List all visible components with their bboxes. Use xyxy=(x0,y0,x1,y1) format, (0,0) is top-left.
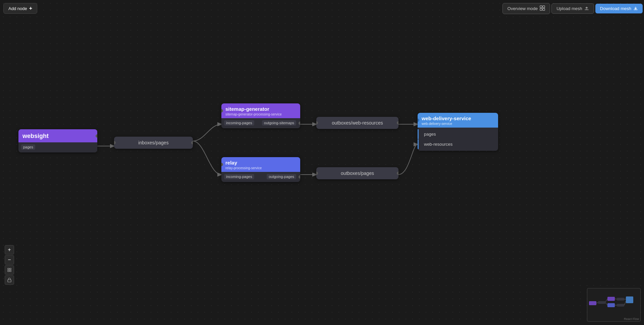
zoom-controls: + − xyxy=(5,245,14,285)
download-mesh-label: Download mesh xyxy=(600,6,631,11)
svg-rect-1 xyxy=(543,6,545,8)
zoom-in-button[interactable]: + xyxy=(5,245,14,254)
svg-rect-13 xyxy=(617,298,624,300)
outboxes-web-label: outboxes/web-resources xyxy=(332,120,383,126)
relay-title: relay xyxy=(225,160,296,166)
overview-mode-label: Overview mode xyxy=(507,6,538,11)
add-node-button[interactable]: Add node + xyxy=(3,3,37,14)
sitemap-port-out: outgoing-sitemaps xyxy=(262,120,296,126)
node-inboxes[interactable]: inboxes/pages xyxy=(114,137,193,149)
react-flow-label: React Flow xyxy=(624,317,639,321)
svg-rect-10 xyxy=(598,301,605,304)
svg-rect-6 xyxy=(8,270,9,272)
download-mesh-button[interactable]: Download mesh xyxy=(595,4,643,13)
svg-line-22 xyxy=(624,301,626,305)
svg-line-19 xyxy=(615,299,617,299)
outboxes-pages-label: outboxes/pages xyxy=(341,171,374,176)
add-icon: + xyxy=(29,5,32,11)
canvas[interactable]: websight pages inboxes/pages sitemap-gen… xyxy=(0,17,644,325)
minimap-content: React Flow xyxy=(587,288,640,321)
svg-line-16 xyxy=(596,303,598,303)
svg-line-17 xyxy=(605,299,607,302)
relay-port-in: incoming-pages xyxy=(224,174,254,179)
websight-port-pages: pages xyxy=(21,144,35,150)
svg-rect-15 xyxy=(626,296,633,303)
svg-rect-4 xyxy=(8,268,9,270)
minimap: React Flow xyxy=(587,288,641,322)
sitemap-title: sitemap-generator xyxy=(225,106,296,112)
websight-title: websight xyxy=(22,133,93,140)
upload-icon xyxy=(584,6,589,11)
relay-subtitle: relay-processing-service xyxy=(225,166,296,170)
upload-mesh-label: Upload mesh xyxy=(556,6,582,11)
add-node-label: Add node xyxy=(8,6,27,11)
node-sitemap[interactable]: sitemap-generator sitemap-generator-proc… xyxy=(221,103,300,128)
svg-rect-8 xyxy=(8,280,11,282)
node-outboxes-web[interactable]: outboxes/web-resources xyxy=(316,117,398,129)
node-web-delivery[interactable]: web-delivery-service web-delivery-servic… xyxy=(418,113,498,151)
overview-icon xyxy=(540,5,545,12)
minimap-svg xyxy=(587,288,641,322)
svg-rect-0 xyxy=(540,6,542,8)
fit-view-button[interactable] xyxy=(5,265,14,275)
upload-mesh-button[interactable]: Upload mesh xyxy=(551,3,594,14)
svg-rect-5 xyxy=(10,268,11,270)
svg-line-18 xyxy=(605,303,607,305)
web-delivery-title: web-delivery-service xyxy=(422,115,494,121)
download-icon xyxy=(633,6,638,11)
node-outboxes-pages[interactable]: outboxes/pages xyxy=(316,167,398,179)
sitemap-subtitle: sitemap-generator-processing-service xyxy=(225,112,296,116)
top-bar: Add node + Overview mode Upload mesh xyxy=(0,0,644,17)
relay-port-out: outgoing-pages xyxy=(267,174,296,179)
web-delivery-item-web-resources: web-resources xyxy=(418,139,498,149)
web-delivery-subtitle: web-delivery-service xyxy=(422,122,494,126)
overview-mode-button[interactable]: Overview mode xyxy=(502,3,550,14)
inboxes-label: inboxes/pages xyxy=(138,140,168,145)
svg-rect-14 xyxy=(617,304,624,307)
svg-rect-12 xyxy=(607,303,615,307)
svg-rect-2 xyxy=(540,8,542,10)
svg-rect-9 xyxy=(589,301,596,305)
node-relay[interactable]: relay relay-processing-service incoming-… xyxy=(221,157,300,182)
sitemap-port-in: incoming-pages xyxy=(224,120,254,126)
svg-rect-7 xyxy=(10,270,11,272)
svg-rect-3 xyxy=(543,8,545,10)
node-websight[interactable]: websight pages xyxy=(18,129,97,152)
lock-button[interactable] xyxy=(5,275,14,285)
zoom-out-button[interactable]: − xyxy=(5,255,14,265)
svg-rect-11 xyxy=(607,297,615,301)
web-delivery-item-pages: pages xyxy=(418,129,498,139)
top-bar-right: Overview mode Upload mesh Download m xyxy=(502,3,643,14)
